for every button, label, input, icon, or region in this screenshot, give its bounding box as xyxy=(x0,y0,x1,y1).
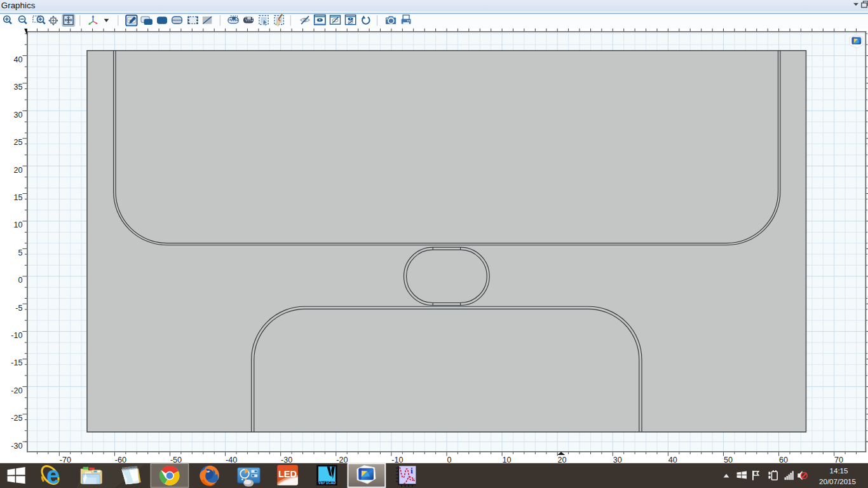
svg-text:50: 50 xyxy=(724,456,733,464)
svg-text:10: 10 xyxy=(13,220,22,229)
svg-text:-25: -25 xyxy=(11,414,22,423)
svg-text:-30: -30 xyxy=(281,456,292,464)
svg-text:-5: -5 xyxy=(15,304,22,313)
svg-text:30: 30 xyxy=(13,111,22,119)
svg-text:14:15: 14:15 xyxy=(829,466,848,475)
svg-text:-15: -15 xyxy=(11,358,22,367)
svg-text:40: 40 xyxy=(13,55,22,64)
svg-text:i: i xyxy=(410,466,413,475)
svg-text:e: e xyxy=(46,462,60,488)
svg-text:60: 60 xyxy=(779,456,788,464)
svg-text:20: 20 xyxy=(13,166,22,175)
svg-text:-10: -10 xyxy=(391,456,403,464)
svg-text:30: 30 xyxy=(613,456,622,464)
svg-text:-30: -30 xyxy=(11,442,22,451)
svg-text:Graphics: Graphics xyxy=(1,1,36,10)
svg-text:VariCAD: VariCAD xyxy=(318,481,336,485)
svg-text:-70: -70 xyxy=(60,456,71,464)
svg-text:-50: -50 xyxy=(170,456,182,464)
svg-text:25: 25 xyxy=(13,138,22,147)
svg-text:20: 20 xyxy=(558,456,567,464)
svg-text:-10: -10 xyxy=(11,331,22,340)
svg-text:0: 0 xyxy=(18,276,22,285)
svg-text:10: 10 xyxy=(503,456,512,464)
svg-text:-60: -60 xyxy=(115,456,126,464)
svg-text:-40: -40 xyxy=(226,456,237,464)
svg-text:70: 70 xyxy=(834,456,843,464)
svg-text:35: 35 xyxy=(13,83,22,92)
svg-text:LED: LED xyxy=(278,469,297,479)
svg-text:40: 40 xyxy=(668,456,677,464)
svg-text:15: 15 xyxy=(13,193,22,202)
svg-text:-20: -20 xyxy=(11,386,22,395)
svg-text:-20: -20 xyxy=(336,456,348,464)
svg-text:0: 0 xyxy=(447,456,451,464)
svg-text:20/07/2015: 20/07/2015 xyxy=(819,477,856,485)
svg-text:5: 5 xyxy=(18,248,22,257)
